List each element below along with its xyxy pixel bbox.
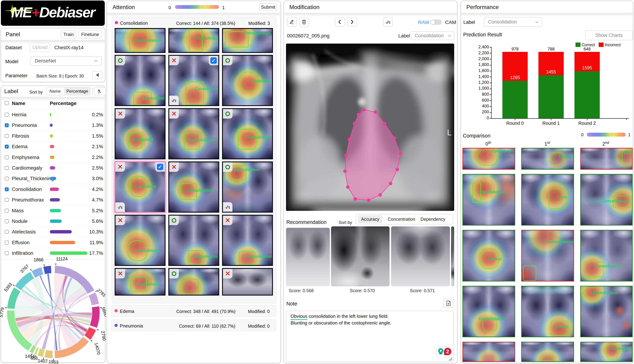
svg-text:5779: 5779 (0, 307, 5, 318)
svg-text:11124: 11124 (56, 257, 68, 261)
svg-text:1407: 1407 (38, 358, 48, 364)
svg-text:1866: 1866 (34, 257, 44, 262)
svg-text:3767: 3767 (19, 264, 30, 274)
svg-text:5660: 5660 (101, 306, 106, 317)
svg-text:1953: 1953 (48, 359, 59, 364)
svg-text:2790: 2790 (100, 330, 106, 341)
svg-text:L: L (447, 128, 452, 137)
svg-text:1494: 1494 (25, 354, 35, 359)
svg-text:14070: 14070 (94, 342, 101, 355)
svg-text:5393: 5393 (3, 282, 13, 292)
svg-text:2781: 2781 (96, 288, 106, 298)
